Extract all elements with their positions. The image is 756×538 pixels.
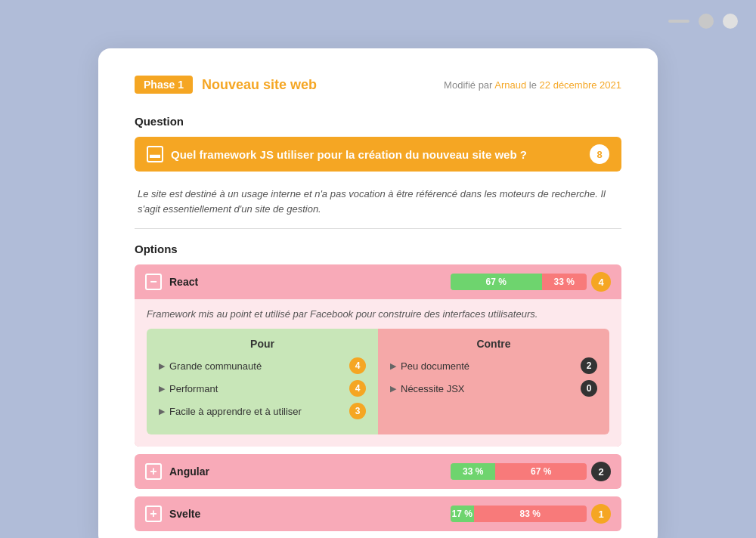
question-section-label: Question	[135, 115, 621, 128]
react-con-1-label: Peu documenté	[401, 360, 469, 372]
react-description: Framework mis au point et utilisé par Fa…	[147, 308, 609, 320]
angular-expand-icon[interactable]: +	[145, 463, 162, 480]
option-header-svelte[interactable]: + Svelte 17 % 83 % 1	[135, 496, 621, 531]
angular-green-bar: 33 %	[451, 463, 495, 480]
angular-stats: 33 % 67 % 2	[451, 462, 611, 481]
phase-badge: Phase 1	[135, 76, 193, 94]
chevron-icon: ▶	[390, 361, 396, 371]
svelte-name: Svelte	[169, 508, 200, 520]
react-red-bar: 33 %	[542, 274, 587, 290]
option-row-angular: + Angular 33 % 67 % 2	[135, 454, 621, 489]
react-cons-header: Contre	[390, 338, 597, 350]
question-bar[interactable]: ▬ Quel framework JS utiliser pour la cré…	[135, 137, 621, 172]
svelte-red-bar: 83 %	[474, 506, 587, 522]
question-description: Le site est destiné à un usage interne e…	[135, 179, 621, 229]
question-bar-left: ▬ Quel framework JS utiliser pour la cré…	[147, 146, 527, 162]
react-pro-3: ▶ Facile à apprendre et à utiliser 3	[159, 403, 366, 419]
option-row-react: − React 67 % 33 % 4 Framework mis au poi…	[135, 264, 621, 447]
react-pro-2: ▶ Performant 4	[159, 380, 366, 397]
svelte-progress-bar: 17 % 83 %	[451, 506, 587, 522]
option-row-svelte: + Svelte 17 % 83 % 1	[135, 496, 621, 531]
date-prefix: le	[526, 79, 539, 91]
option-header-angular[interactable]: + Angular 33 % 67 % 2	[135, 454, 621, 489]
modified-info: Modifié par Arnaud le 22 décembre 2021	[444, 79, 621, 91]
svelte-expand-icon[interactable]: +	[145, 506, 162, 522]
question-collapse-icon[interactable]: ▬	[147, 146, 163, 162]
react-pro-1-left: ▶ Grande communauté	[159, 360, 262, 372]
option-header-react-left: − React	[145, 274, 198, 290]
react-progress-bar: 67 % 33 %	[451, 274, 587, 290]
react-pro-1-badge: 4	[349, 357, 366, 374]
card-header: Phase 1 Nouveau site web Modifié par Arn…	[135, 76, 621, 94]
chevron-icon: ▶	[159, 361, 165, 371]
react-pro-3-label: Facile à apprendre et à utiliser	[169, 406, 302, 417]
react-green-bar: 67 %	[451, 274, 542, 290]
react-con-2-label: Nécessite JSX	[401, 383, 465, 394]
react-pro-2-badge: 4	[349, 380, 366, 397]
close-button[interactable]	[723, 14, 738, 29]
main-card: Phase 1 Nouveau site web Modifié par Arn…	[98, 48, 658, 538]
react-pros-col: Pour ▶ Grande communauté 4 ▶ Performant	[147, 329, 378, 434]
modified-author: Arnaud	[494, 79, 526, 91]
react-con-2-left: ▶ Nécessite JSX	[390, 383, 465, 394]
modified-prefix: Modifié par	[444, 79, 494, 91]
react-con-1: ▶ Peu documenté 2	[390, 357, 597, 374]
react-con-2-badge: 0	[581, 380, 597, 397]
angular-name: Angular	[169, 465, 209, 478]
angular-vote-badge: 2	[591, 462, 611, 481]
window-bar	[0, 0, 756, 42]
svelte-green-bar: 17 %	[451, 506, 474, 522]
react-con-1-left: ▶ Peu documenté	[390, 360, 469, 372]
react-pro-2-left: ▶ Performant	[159, 383, 218, 394]
option-header-svelte-left: + Svelte	[145, 506, 200, 522]
svelte-vote-badge: 1	[591, 504, 611, 524]
react-collapse-icon[interactable]: −	[145, 274, 162, 290]
react-con-1-badge: 2	[581, 357, 597, 374]
header-left: Phase 1 Nouveau site web	[135, 76, 317, 94]
angular-progress-bar: 33 % 67 %	[451, 463, 587, 480]
react-pros-header: Pour	[159, 338, 366, 350]
react-pro-2-label: Performant	[169, 383, 218, 394]
option-header-react[interactable]: − React 67 % 33 % 4	[135, 264, 621, 299]
svelte-stats: 17 % 83 % 1	[451, 504, 611, 524]
option-header-angular-left: + Angular	[145, 463, 209, 480]
react-expanded-content: Framework mis au point et utilisé par Fa…	[135, 299, 621, 447]
react-cons-col: Contre ▶ Peu documenté 2 ▶ Nécessite JSX	[378, 329, 609, 434]
react-vote-badge: 4	[591, 272, 611, 292]
chevron-icon: ▶	[159, 384, 165, 394]
modified-date: 22 décembre 2021	[540, 79, 621, 91]
react-name: React	[169, 276, 198, 288]
question-text: Quel framework JS utiliser pour la créat…	[171, 148, 527, 161]
question-count-badge: 8	[590, 144, 609, 164]
chevron-icon: ▶	[390, 384, 396, 394]
minimize-button[interactable]	[699, 14, 714, 29]
react-con-2: ▶ Nécessite JSX 0	[390, 380, 597, 397]
chevron-icon: ▶	[159, 407, 165, 416]
angular-red-bar: 67 %	[495, 463, 587, 480]
react-pro-3-left: ▶ Facile à apprendre et à utiliser	[159, 406, 302, 417]
react-pro-1-label: Grande communauté	[169, 360, 262, 372]
options-section-label: Options	[135, 243, 621, 255]
react-pro-3-badge: 3	[349, 403, 366, 419]
react-stats: 67 % 33 % 4	[451, 272, 611, 292]
minimize-icon[interactable]	[668, 20, 689, 23]
react-pro-1: ▶ Grande communauté 4	[159, 357, 366, 374]
react-pros-cons-table: Pour ▶ Grande communauté 4 ▶ Performant	[147, 329, 609, 434]
project-title: Nouveau site web	[202, 77, 317, 93]
